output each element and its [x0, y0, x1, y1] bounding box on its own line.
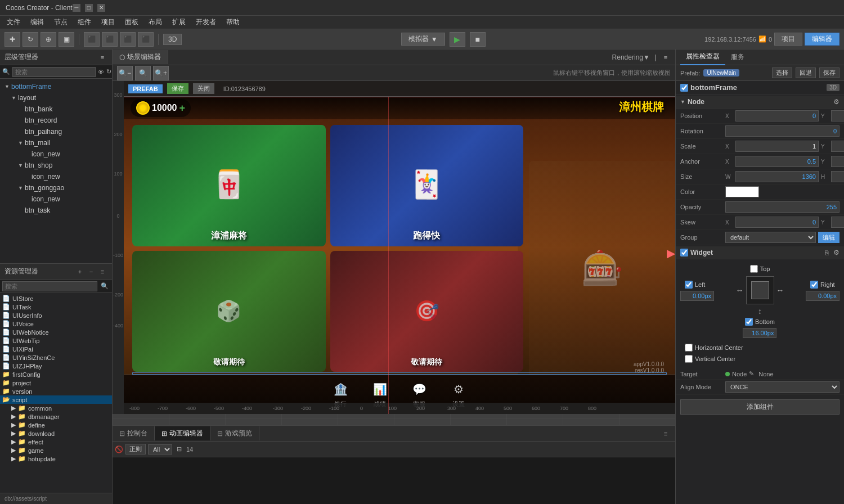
close-button[interactable]: ✕: [97, 4, 105, 12]
size-w-input[interactable]: [735, 171, 819, 182]
asset-item-game[interactable]: ▶ 📁 game: [0, 446, 112, 454]
add-component-button[interactable]: 添加组件: [680, 399, 839, 415]
horizontal-center-checkbox[interactable]: [685, 344, 693, 352]
tab-animation[interactable]: ⊞ 动画编辑器: [155, 426, 210, 440]
group-select[interactable]: default: [725, 232, 816, 243]
game-card-cards[interactable]: 🃏 跑得快: [330, 125, 524, 246]
asset-item-script[interactable]: 📂 script: [0, 395, 112, 404]
tab-preview[interactable]: ⊟ 游戏预览: [210, 426, 259, 440]
minimize-button[interactable]: ─: [73, 4, 80, 12]
asset-item-effect[interactable]: ▶ 📁 effect: [0, 438, 112, 446]
asset-remove-icon[interactable]: −: [86, 267, 96, 277]
size-h-input[interactable]: [831, 171, 844, 182]
select-tool-button[interactable]: ▣: [59, 32, 74, 47]
tree-item-btn-bank[interactable]: ▶ btn_bank: [0, 104, 112, 115]
scene-menu-icon[interactable]: ≡: [661, 52, 671, 62]
widget-active-checkbox[interactable]: [680, 249, 688, 256]
menu-component[interactable]: 组件: [73, 16, 96, 28]
prefab-select-button[interactable]: 选择: [772, 68, 792, 78]
asset-add-icon[interactable]: +: [75, 267, 85, 277]
asset-item-dbmanager[interactable]: ▶ 📁 dbmanager: [0, 412, 112, 421]
bottom-value-input[interactable]: [743, 328, 776, 338]
menu-file[interactable]: 文件: [2, 16, 25, 28]
asset-item-UIStore[interactable]: 📄 UIStore: [0, 294, 112, 303]
stop-button[interactable]: ■: [470, 32, 486, 47]
menu-layout[interactable]: 布局: [144, 16, 167, 28]
align-mode-select[interactable]: ONCE: [725, 381, 839, 393]
tree-item-icon-new-2[interactable]: ▶ icon_new: [0, 171, 112, 182]
asset-menu-icon[interactable]: ≡: [97, 267, 107, 277]
play-button[interactable]: ▶: [450, 32, 465, 47]
tree-item-btn-task[interactable]: ▶ btn_task: [0, 205, 112, 216]
tab-services[interactable]: 服务: [725, 50, 750, 65]
tab-console[interactable]: ⊟ 控制台: [113, 426, 155, 440]
hierarchy-refresh-icon[interactable]: ↻: [106, 67, 111, 77]
asset-item-UITask[interactable]: 📄 UITask: [0, 303, 112, 311]
tree-item-icon-new-3[interactable]: ▶ icon_new: [0, 194, 112, 205]
game-card-mahjong[interactable]: 🀄 漳浦麻将: [132, 125, 326, 246]
simulate-button[interactable]: 模拟器 ▼: [401, 33, 445, 46]
asset-item-version[interactable]: 📁 version: [0, 387, 112, 395]
anchor-y-input[interactable]: [831, 156, 844, 167]
asset-search-icon[interactable]: 🔍: [100, 281, 110, 291]
widget-section-header[interactable]: Widget ⎘ ⚙: [676, 246, 844, 259]
left-checkbox[interactable]: [685, 281, 693, 289]
tree-item-btn-gonggao[interactable]: ▼ btn_gonggao: [0, 182, 112, 194]
right-value-input[interactable]: [806, 291, 839, 301]
prefab-close-button[interactable]: 关闭: [193, 83, 214, 94]
rotation-input[interactable]: [725, 125, 839, 137]
toolbar-btn-8[interactable]: ⬛: [138, 32, 154, 47]
right-checkbox[interactable]: [810, 281, 818, 289]
toolbar-btn-5[interactable]: ⬛: [84, 32, 100, 47]
node-section-header[interactable]: ▼ Node ⚙: [676, 96, 844, 109]
asset-item-firstConfig[interactable]: 📁 firstConfig: [0, 370, 112, 379]
node-section-gear-icon[interactable]: ⚙: [833, 98, 839, 106]
asset-search-input[interactable]: [2, 281, 97, 291]
position-y-input[interactable]: [831, 110, 844, 122]
console-filter-select[interactable]: All: [148, 444, 172, 454]
tree-item-btn-shop[interactable]: ▼ btn_shop: [0, 160, 112, 171]
top-checkbox[interactable]: [750, 265, 758, 273]
menu-edit[interactable]: 编辑: [26, 16, 48, 28]
add-node-button[interactable]: ✚: [5, 32, 20, 47]
position-x-input[interactable]: [735, 110, 819, 122]
game-card-coming-soon-2[interactable]: 🎯 敬请期待: [330, 251, 524, 372]
asset-item-UIWebNotice[interactable]: 📄 UIWebNotice: [0, 328, 112, 336]
tree-item-layout[interactable]: ▼ layout: [0, 92, 112, 104]
tab-inspector[interactable]: 属性检查器: [680, 50, 725, 65]
asset-item-UIWebTip[interactable]: 📄 UIWebTip: [0, 336, 112, 345]
anchor-x-input[interactable]: [735, 156, 819, 167]
asset-item-UIUserInfo[interactable]: 📄 UIUserInfo: [0, 311, 112, 320]
widget-copy-icon[interactable]: ⎘: [825, 249, 829, 256]
move-tool-button[interactable]: ⊕: [41, 32, 56, 47]
menu-project[interactable]: 项目: [97, 16, 119, 28]
zoom-fit-button[interactable]: 🔍: [135, 66, 151, 80]
toolbar-btn-6[interactable]: ⬛: [102, 32, 118, 47]
tree-item-bottomFrame[interactable]: ▼ bottomFrame: [0, 81, 112, 92]
bottom-panel-menu-icon[interactable]: ≡: [661, 429, 671, 439]
scale-y-input[interactable]: [831, 141, 844, 152]
asset-item-define[interactable]: ▶ 📁 define: [0, 421, 112, 429]
asset-item-project[interactable]: 📁 project: [0, 379, 112, 387]
3d-toggle-button[interactable]: 3D: [163, 34, 182, 45]
console-clear-button[interactable]: 🚫: [115, 446, 123, 453]
refresh-button[interactable]: ↻: [23, 32, 38, 47]
color-swatch[interactable]: [725, 186, 759, 197]
node-active-checkbox[interactable]: [680, 84, 688, 92]
tree-item-btn-paihang[interactable]: ▶ btn_paihang: [0, 126, 112, 137]
skew-y-input[interactable]: [831, 217, 844, 228]
prefab-return-button[interactable]: 回退: [796, 68, 816, 78]
menu-node[interactable]: 节点: [50, 16, 72, 28]
game-card-coming-soon-1[interactable]: 🎲 敬请期待: [132, 251, 326, 372]
asset-item-UIZJHPlay[interactable]: 📄 UIZJHPlay: [0, 362, 112, 370]
menu-panel[interactable]: 面板: [120, 16, 143, 28]
opacity-input[interactable]: [725, 201, 839, 213]
group-edit-button[interactable]: 编辑: [818, 232, 839, 243]
left-value-input[interactable]: [680, 291, 714, 301]
editor-button[interactable]: 编辑器: [805, 33, 839, 46]
scene-viewport[interactable]: -800 -700 -600 -500 -400 -300 -200 -100 …: [113, 81, 675, 425]
maximize-button[interactable]: □: [85, 4, 93, 12]
console-filter-button[interactable]: 正则: [125, 444, 146, 454]
asset-item-common[interactable]: ▶ 📁 common: [0, 404, 112, 412]
tree-item-btn-record[interactable]: ▶ btn_record: [0, 115, 112, 126]
